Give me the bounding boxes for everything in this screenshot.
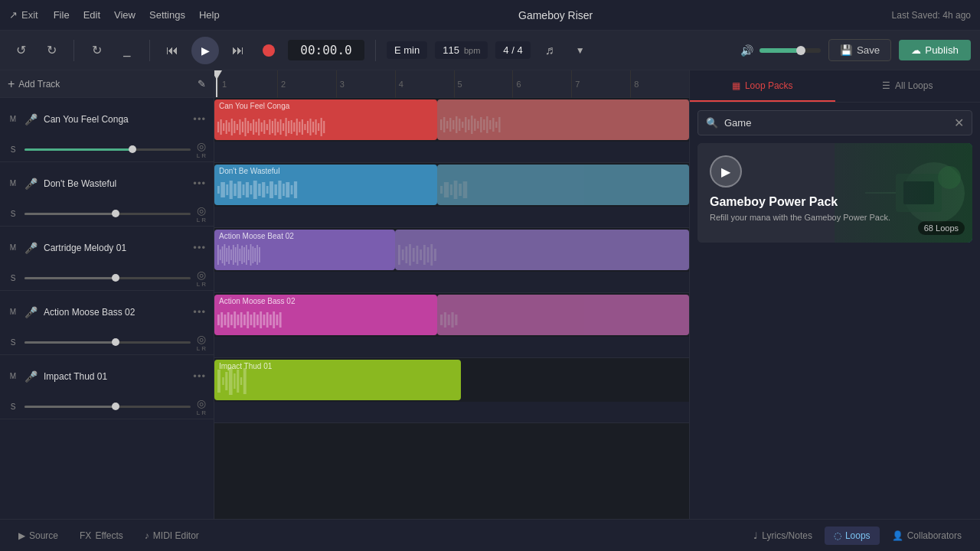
svg-rect-4 [228,122,230,132]
bpm-display: 115 bpm [435,41,488,59]
solo-button-2[interactable]: S [8,210,18,218]
save-label: Save [857,44,880,56]
track-options-1[interactable]: ••• [193,113,206,125]
loops-button[interactable]: ◌ Loops [825,527,880,545]
svg-rect-33 [307,121,309,133]
fader-5[interactable] [24,406,191,408]
clip-2b[interactable] [437,165,689,205]
svg-rect-107 [401,249,403,260]
solo-button-3[interactable]: S [8,274,18,282]
lane-bottom-1 [214,142,689,162]
svg-rect-115 [430,244,433,266]
expand-button[interactable]: ▼ [569,39,592,62]
tab-loop-packs[interactable]: ▦ Loop Packs [690,70,835,102]
fader-1[interactable] [24,148,191,151]
search-clear-button[interactable]: ✕ [954,116,964,130]
mute-button-2[interactable]: M [8,179,18,187]
svg-rect-55 [487,116,488,133]
publish-label: Publish [925,44,959,56]
menu-help[interactable]: Help [199,9,220,21]
mute-button-4[interactable]: M [8,308,18,316]
svg-rect-30 [299,122,300,132]
svg-rect-73 [270,181,273,198]
menu-view[interactable]: View [114,9,136,21]
svg-rect-14 [256,122,257,132]
bpm-value: 115 [443,44,459,56]
track-options-5[interactable]: ••• [193,370,206,382]
track-options-3[interactable]: ••• [193,242,206,253]
pencil-tool-button[interactable]: ✎ [198,78,206,90]
loop-packs-label: Loop Packs [745,80,793,91]
svg-rect-1 [220,119,222,135]
divider-2 [149,40,150,61]
pack-play-button[interactable]: ▶ [710,155,742,187]
svg-rect-23 [279,119,281,135]
lyrics-icon: ♩ [753,530,758,541]
clip-3b[interactable] [395,230,689,270]
record-button[interactable] [257,39,280,62]
mic-icon-3: 🎤 [24,242,38,254]
solo-button-1[interactable]: S [8,145,18,154]
skip-forward-button[interactable]: ⏭ [227,39,250,62]
solo-button-4[interactable]: S [8,338,18,347]
clip-1b[interactable] [437,99,689,140]
mute-button-1[interactable]: M [8,115,18,123]
svg-rect-79 [294,181,297,198]
loop-button[interactable]: ↻ [85,39,108,62]
divider-3 [375,40,376,61]
search-input[interactable] [724,117,948,129]
menu-settings[interactable]: Settings [149,9,185,21]
svg-rect-120 [227,312,230,328]
pack-content: ▶ Gameboy Power Pack Refill your mana wi… [697,143,972,243]
skip-back-button[interactable]: ⏮ [161,39,184,62]
clip-label-2a: Don't Be Wasteful [219,167,279,175]
svg-rect-12 [250,123,252,131]
track-options-4[interactable]: ••• [193,306,206,318]
tab-all-loops[interactable]: ☰ All Loops [835,70,981,102]
collaborators-button[interactable]: 👤 Collaborators [883,527,971,545]
menu-edit[interactable]: Edit [83,9,100,21]
mute-button-5[interactable]: M [8,372,18,380]
lyrics-notes-button[interactable]: ♩ Lyrics/Notes [744,527,822,545]
clip-2a[interactable]: Don't Be Wasteful [214,165,437,205]
svg-rect-21 [274,119,276,135]
svg-rect-137 [440,315,443,325]
fader-2[interactable] [24,213,191,215]
save-button[interactable]: 💾 Save [828,39,891,61]
clip-4b[interactable] [437,295,689,335]
volume-icon: 🔊 [740,44,753,57]
midi-editor-button[interactable]: ♪ MIDI Editor [136,527,208,545]
lr-indicator-4: ◎L R [197,333,206,352]
clip-5a[interactable]: Impact Thud 01 [214,360,461,400]
redo-button[interactable]: ↻ [40,39,63,62]
svg-rect-146 [234,373,235,389]
metronome-button[interactable]: ♬ [538,39,561,62]
publish-button[interactable]: ☁ Publish [899,40,971,60]
svg-rect-124 [240,312,243,328]
volume-slider[interactable] [760,48,821,53]
svg-rect-18 [266,124,268,130]
svg-rect-35 [312,122,314,132]
fader-3[interactable] [24,277,191,279]
undo-button[interactable]: ↺ [9,39,32,62]
svg-rect-122 [234,311,236,328]
split-button[interactable]: ⎯ [116,39,139,62]
fader-4[interactable] [24,341,191,344]
source-button[interactable]: ▶ Source [9,527,67,545]
menu-file[interactable]: File [54,9,70,21]
effects-button[interactable]: FX Effects [70,527,132,545]
track-options-2[interactable]: ••• [193,178,206,189]
clip-1a[interactable]: Can You Feel Conga [214,99,437,140]
svg-rect-72 [266,186,269,194]
play-button[interactable]: ▶ [191,37,219,64]
clip-3a[interactable]: Action Moose Beat 02 [214,230,395,270]
svg-rect-78 [291,185,293,194]
solo-button-5[interactable]: S [8,403,18,411]
clip-label-1a: Can You Feel Conga [219,102,289,110]
mute-button-3[interactable]: M [8,243,18,252]
exit-button[interactable]: ↗ Exit [9,9,38,21]
loops-label: Loops [845,530,871,541]
add-track-button[interactable]: + Add Track [8,77,60,91]
clip-4a[interactable]: Action Moose Bass 02 [214,295,437,335]
svg-rect-139 [448,315,450,325]
